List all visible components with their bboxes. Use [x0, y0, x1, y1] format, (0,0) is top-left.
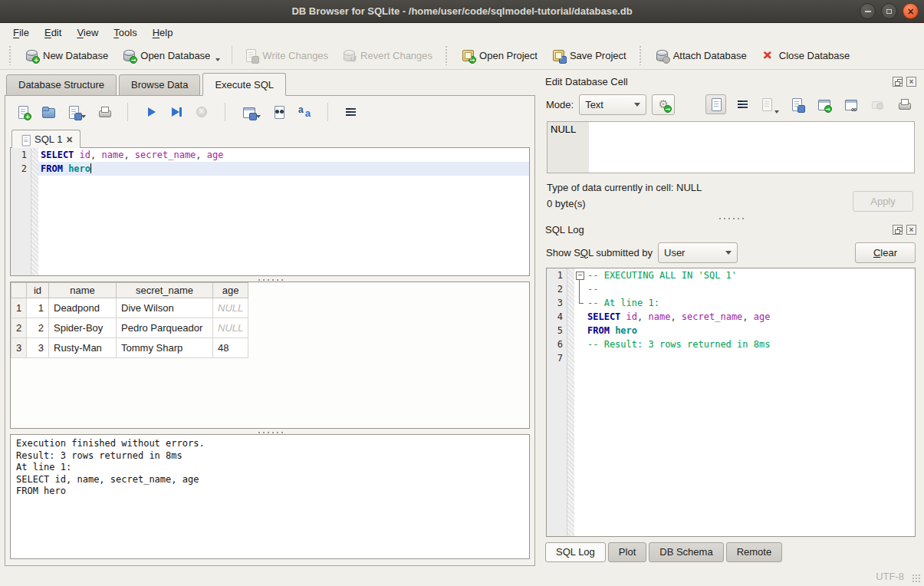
table-cell[interactable]: NULL	[213, 298, 248, 318]
menu-file[interactable]: File	[6, 25, 36, 40]
execute-line-button[interactable]	[169, 105, 183, 119]
column-header-name[interactable]: name	[49, 283, 117, 298]
save-project-button[interactable]: Save Project	[544, 45, 633, 65]
table-cell[interactable]: Pedro Parqueador	[117, 318, 213, 338]
new-database-button[interactable]: +New Database	[18, 45, 115, 65]
tab-database-structure[interactable]: Database Structure	[6, 74, 117, 96]
output-pane[interactable]: Execution finished without errors. Resul…	[10, 434, 530, 559]
float-panel-icon[interactable]	[893, 225, 903, 235]
column-header-age[interactable]: age	[213, 283, 248, 298]
code-line[interactable]: -- Result: 3 rows returned in 8ms	[585, 337, 915, 351]
submitted-by-select[interactable]: User	[658, 242, 738, 263]
sql-toolbar: +	[10, 99, 530, 125]
open-sql-file-button[interactable]	[41, 105, 55, 119]
gear-icon: →	[656, 97, 670, 111]
table-cell[interactable]: 3	[27, 338, 49, 358]
format-sql-button[interactable]	[298, 105, 311, 119]
clear-button[interactable]: Clear	[855, 242, 916, 263]
code-line[interactable]: FROM hero	[585, 324, 915, 337]
fold-marker[interactable]	[574, 268, 585, 282]
close-window-button[interactable]: ×	[903, 3, 919, 19]
stop-button	[195, 105, 209, 119]
table-cell[interactable]: 1	[27, 298, 49, 318]
sql-log-editor[interactable]: 1234567-- EXECUTING ALL IN 'SQL 1'---- A…	[546, 268, 916, 537]
mode-label: Mode:	[546, 99, 574, 110]
print-button[interactable]	[893, 94, 914, 114]
code-token: ,	[90, 150, 101, 160]
menu-view[interactable]: View	[70, 25, 105, 40]
menu-edit[interactable]: Edit	[38, 25, 68, 40]
text-mode-button[interactable]	[705, 94, 726, 114]
encoding-label: UTF-8	[876, 571, 904, 582]
close-panel-icon[interactable]: ×	[906, 225, 916, 235]
table-cell[interactable]: Deadpond	[49, 298, 117, 318]
find-button[interactable]	[272, 105, 286, 119]
word-wrap-button[interactable]	[732, 94, 753, 114]
sql-editor[interactable]: 12SELECT id, name, secret_name, ageFROM …	[10, 147, 530, 276]
word-wrap-icon	[736, 97, 750, 111]
close-database-button[interactable]: Close Database	[754, 45, 857, 65]
code-line[interactable]: -- EXECUTING ALL IN 'SQL 1'	[585, 268, 915, 282]
dock-tab-db-schema[interactable]: DB Schema	[649, 542, 723, 562]
table-cell[interactable]: Tommy Sharp	[117, 338, 213, 358]
column-header-id[interactable]: id	[27, 283, 49, 298]
tab-browse-data[interactable]: Browse Data	[119, 74, 200, 96]
word-wrap-button[interactable]	[344, 105, 358, 119]
row-number[interactable]: 3	[12, 338, 27, 358]
new-sql-tab-button[interactable]: +	[16, 105, 30, 119]
export-data-button[interactable]	[786, 94, 807, 114]
open-database-button[interactable]: →Open Database	[115, 45, 227, 65]
copy-link-button[interactable]	[840, 94, 860, 114]
maximize-button[interactable]	[881, 3, 897, 19]
row-number[interactable]: 2	[12, 318, 27, 338]
sql-tab[interactable]: SQL 1 ×	[12, 130, 81, 148]
close-tab-icon[interactable]: ×	[66, 135, 72, 144]
code-line[interactable]: --	[585, 282, 915, 296]
cell-value-editor[interactable]: NULL	[547, 121, 915, 173]
table-cell[interactable]: 2	[27, 318, 49, 338]
table-cell[interactable]: Dive Wilson	[117, 298, 213, 318]
table-cell[interactable]: Rusty-Man	[49, 338, 117, 358]
splitter-handle-icon	[257, 430, 283, 433]
code-line[interactable]: SELECT id, name, secret_name, age	[38, 148, 529, 162]
float-panel-icon[interactable]	[893, 77, 903, 87]
save-results-button[interactable]	[242, 105, 261, 119]
results-output-splitter[interactable]	[10, 429, 530, 434]
dock-tab-sql-log[interactable]: SQL Log	[545, 542, 606, 562]
corner-header[interactable]	[12, 283, 27, 298]
save-sql-file-button[interactable]	[67, 105, 86, 119]
row-number[interactable]: 1	[12, 298, 27, 318]
open-project-button[interactable]: →Open Project	[454, 45, 544, 65]
code-line[interactable]: SELECT id, name, secret_name, age	[585, 310, 915, 324]
close-panel-icon[interactable]: ×	[906, 77, 916, 87]
close-icon: ×	[907, 6, 913, 17]
code-line[interactable]: FROM hero	[38, 162, 529, 176]
table-cell[interactable]: 48	[213, 338, 248, 358]
execute-line-icon	[169, 105, 183, 119]
open-external-button[interactable]: →	[813, 94, 834, 114]
titlebar[interactable]: DB Browser for SQLite - /home/user/code/…	[0, 0, 924, 23]
table-cell[interactable]: Spider-Boy	[49, 318, 117, 338]
editor-results-splitter[interactable]	[10, 276, 530, 281]
sql-log-title: SQL Log	[545, 224, 889, 235]
mode-select[interactable]: Text	[579, 94, 646, 115]
cell-size-info: 0 byte(s)	[547, 196, 847, 212]
column-header-secret-name[interactable]: secret_name	[117, 283, 213, 298]
table-cell[interactable]: NULL	[213, 318, 248, 338]
menu-help[interactable]: Help	[146, 25, 180, 40]
execute-all-button[interactable]	[144, 105, 158, 119]
tab-execute-sql[interactable]: Execute SQL	[202, 73, 286, 96]
minimize-button[interactable]	[860, 3, 876, 19]
dock-splitter[interactable]	[542, 215, 919, 220]
dock-tab-plot[interactable]: Plot	[608, 542, 646, 562]
toolbar-label: Revert Changes	[360, 50, 432, 61]
dock-tab-remote[interactable]: Remote	[726, 542, 783, 562]
code-line[interactable]: -- At line 1:	[585, 296, 915, 310]
attach-database-button[interactable]: Attach Database	[648, 45, 754, 65]
print-button[interactable]	[97, 105, 111, 119]
import-settings-button[interactable]: →	[652, 94, 675, 115]
menu-tools[interactable]: Tools	[107, 25, 143, 40]
code-line[interactable]	[585, 351, 915, 365]
resize-grip[interactable]	[912, 574, 922, 584]
icon-badge: →	[130, 56, 137, 64]
